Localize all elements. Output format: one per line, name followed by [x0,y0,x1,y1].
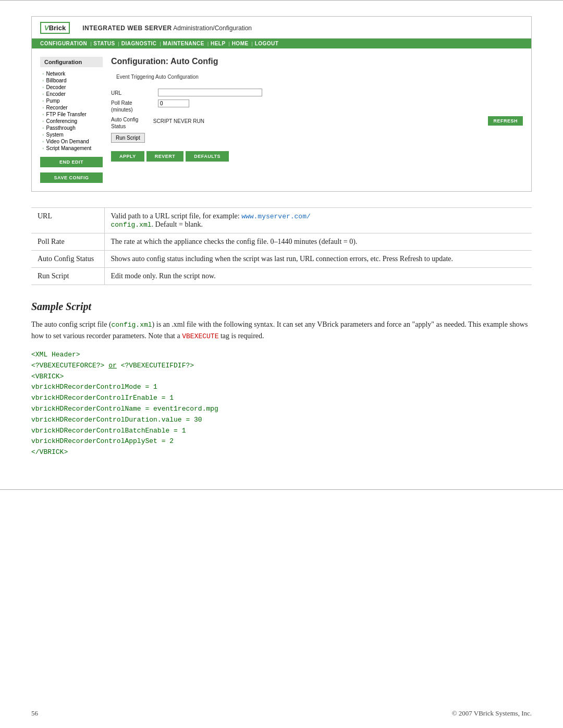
code-line-5: vbrickHDRecorderControlIrEnable = 1 [31,393,532,404]
app-header-title: INTEGRATED WEB SERVER Administration/Con… [82,24,252,32]
desc-value-url: Valid path to a URL script file, for exa… [104,208,532,233]
auto-config-status-label: Status [111,124,126,129]
code-line-6: vbrickHDRecorderControlName = event1reco… [31,404,532,415]
page-number: 56 [31,709,38,718]
copyright: © 2007 VBrick Systems, Inc. [452,709,532,718]
app-header: VBrick INTEGRATED WEB SERVER Administrat… [32,17,531,39]
nav-sep-2: | [118,41,119,46]
poll-rate-input[interactable] [158,100,189,107]
config-xml-code: config.xml [111,221,152,229]
sidebar-item-network[interactable]: Network [40,70,103,77]
logo-brick: Brick [49,24,66,32]
run-script-button[interactable]: Run Script [111,133,145,143]
nav-bar: CONFIGURATION | STATUS | DIAGNOSTIC | MA… [32,39,531,48]
url-input[interactable] [158,89,262,96]
app-body: Configuration Network Billboard Decoder … [32,48,531,191]
tab-event-triggering[interactable]: Event Triggering Auto Configuration [111,71,204,82]
sample-script-title: Sample Script [31,301,532,313]
desc-value-run-script: Edit mode only. Run the script now. [104,268,532,285]
revert-button[interactable]: REVERT [146,151,184,162]
config-title: Configuration: Auto Config [111,57,523,66]
nav-sep-3: | [160,41,161,46]
form-row-auto-config: Auto Config Status SCRIPT NEVER RUN REFR… [111,116,523,130]
code-line-9: vbrickHDRecorderControlApplySet = 2 [31,436,532,447]
code-line-4: vbrickHDRecorderControlMode = 1 [31,382,532,393]
code-block: <XML Header> <?VBEXECUTEFORCE?> or <?VBE… [31,350,532,458]
main-panel: Configuration: Auto Config Event Trigger… [111,57,523,183]
sample-script-desc: The auto config script file (config.xml)… [31,319,532,341]
url-label: URL [111,89,158,96]
form-row-url: URL [111,89,523,96]
poll-rate-label: Poll Rate (minutes) [111,100,158,113]
nav-help[interactable]: HELP [211,41,226,46]
nav-sep-4: | [207,41,209,46]
config-xml-inline: config.xml [112,321,152,329]
code-line-7: vbrickHDRecorderControlDuration.value = … [31,415,532,426]
auto-config-label: Auto Config Status [111,116,153,130]
sidebar-title: Configuration [40,57,103,67]
page-footer: 56 © 2007 VBrick Systems, Inc. [31,709,532,718]
refresh-button[interactable]: REFRESH [488,116,523,126]
sidebar-item-pump[interactable]: Pump [40,97,103,104]
desc-value-auto-config-status: Shows auto config status including when … [104,251,532,268]
desc-label-run-script: Run Script [31,268,104,285]
bottom-border [0,489,563,490]
nav-configuration[interactable]: CONFIGURATION [40,41,87,46]
code-line-8: vbrickHDRecorderControlBatchEnable = 1 [31,426,532,437]
nav-sep-6: | [252,41,253,46]
end-edit-button[interactable]: END EDIT [40,157,103,167]
sidebar-item-script-mgmt[interactable]: Script Management [40,145,103,152]
nav-status[interactable]: STATUS [93,41,115,46]
desc-label-poll-rate: Poll Rate [31,233,104,251]
sidebar-item-passthrough[interactable]: Passthrough [40,125,103,131]
run-script-row: Run Script [111,133,523,147]
code-line-3: <VBRICK> [31,372,532,382]
vbrick-logo: VBrick [40,22,73,34]
nav-home[interactable]: HOME [232,41,249,46]
sidebar-item-system[interactable]: System [40,131,103,138]
nav-maintenance[interactable]: MAINTENANCE [163,41,204,46]
logo-v: V [44,24,49,32]
action-bar: APPLY REVERT DEFAULTS [111,151,523,162]
sidebar-item-billboard[interactable]: Billboard [40,77,103,84]
poll-rate-label-text: Poll Rate [111,100,132,106]
poll-rate-wrap [158,100,189,107]
main-content: VBrick INTEGRATED WEB SERVER Administrat… [0,1,563,489]
auto-config-status-value: SCRIPT NEVER RUN [153,118,204,124]
desc-row-run-script: Run Script Edit mode only. Run the scrip… [31,268,532,285]
poll-rate-sublabel: (minutes) [111,107,133,113]
sidebar: Configuration Network Billboard Decoder … [40,57,103,183]
nav-sep-5: | [229,41,230,46]
form-auto-config-group: Auto Config Status SCRIPT NEVER RUN REFR… [111,116,523,130]
status-row-inner: SCRIPT NEVER RUN REFRESH [153,116,523,126]
code-line-10: </VBRICK> [31,447,532,458]
logo-box: VBrick [40,22,70,34]
defaults-button[interactable]: DEFAULTS [186,151,229,162]
sidebar-item-decoder[interactable]: Decoder [40,84,103,91]
browser-frame: VBrick INTEGRATED WEB SERVER Administrat… [31,16,532,192]
form-poll-rate-group: Poll Rate (minutes) [111,100,523,113]
vbexecute-tag: VBEXECUTE [182,332,218,340]
sidebar-item-encoder[interactable]: Encoder [40,91,103,97]
header-title-rest: Administration/Configuration [172,24,252,32]
sidebar-item-conferencing[interactable]: Conferencing [40,118,103,125]
apply-button[interactable]: APPLY [111,151,144,162]
desc-row-url: URL Valid path to a URL script file, for… [31,208,532,233]
desc-value-poll-rate: The rate at which the appliance checks t… [104,233,532,251]
desc-row-poll-rate: Poll Rate The rate at which the applianc… [31,233,532,251]
desc-label-url: URL [31,208,104,233]
nav-logout[interactable]: LOGOUT [255,41,279,46]
save-config-button[interactable]: SAVE CONFIG [40,172,103,183]
form-url-group: URL [111,89,523,96]
nav-diagnostic[interactable]: DIAGNOSTIC [121,41,157,46]
sidebar-item-ftp[interactable]: FTP File Transfer [40,111,103,118]
desc-label-auto-config-status: Auto Config Status [31,251,104,268]
or-underline: or [108,362,117,369]
sidebar-item-recorder[interactable]: Recorder [40,104,103,111]
sidebar-item-vod[interactable]: Video On Demand [40,138,103,145]
tab-bar: Event Triggering Auto Configuration [111,71,204,82]
url-example: www.myserver.com/ [241,213,311,220]
code-line-1: <XML Header> [31,350,532,361]
auto-config-label-text: Auto [111,117,122,122]
code-line-2: <?VBEXECUTEFORCE?> or <?VBEXECUTEIFDIF?> [31,361,532,372]
